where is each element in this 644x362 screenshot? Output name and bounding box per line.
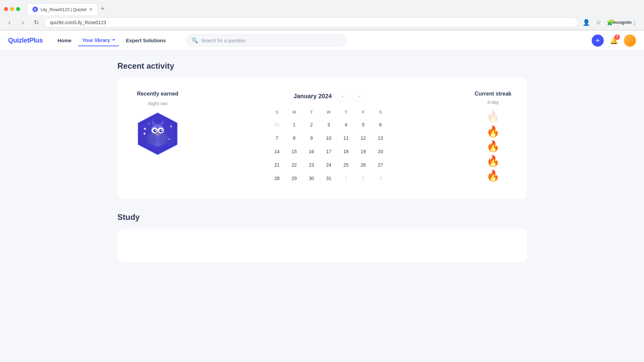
recently-earned-title: Recently earned [137,91,178,97]
forward-button[interactable]: › [17,17,28,28]
quizlet-navbar: QuizletPlus Home Your library Expert Sol… [0,31,644,51]
svg-text:✦: ✦ [168,137,170,141]
cal-date[interactable]: 23 [306,159,318,171]
cal-date[interactable]: 17 [323,145,335,158]
bookmark-button[interactable]: ☆ [593,17,604,28]
incognito-label[interactable]: Incognito [617,17,628,28]
svg-point-13 [155,130,156,131]
cal-date[interactable]: 21 [271,159,283,171]
cal-date[interactable]: 13 [374,132,386,144]
cal-date[interactable]: 19 [357,145,369,158]
cal-date[interactable]: 4 [340,119,352,131]
cal-date[interactable]: 14 [271,145,283,158]
maximize-window-button[interactable] [16,7,20,11]
cal-date[interactable]: 29 [288,172,300,184]
cal-date[interactable]: 27 [374,159,386,171]
tab-close-button[interactable]: × [89,6,92,12]
cal-date[interactable]: 10 [323,132,335,144]
study-section: Study [117,213,527,262]
cal-date[interactable]: 9 [306,132,318,144]
study-card [117,229,527,262]
user-avatar[interactable] [624,35,636,47]
calendar-next-button[interactable]: › [353,91,364,102]
notification-badge: 7 [614,35,620,40]
search-bar[interactable]: 🔍 Search for a question [186,34,347,47]
cal-date[interactable]: 30 [306,172,318,184]
nav-links: Home Your library Expert Solutions [53,35,170,46]
window-controls [4,7,20,11]
nav-actions: + 🔔 7 [592,35,636,47]
cal-date[interactable]: 2 [357,172,369,184]
day-label-mon: M [285,108,303,116]
avatar-image [624,35,636,47]
browser-toolbar: ‹ › ↻ quizlet.com/Lily_Rose0123 👤 ☆ 🧩 In… [0,15,644,30]
day-label-tue: T [303,108,320,116]
cal-date[interactable]: 11 [340,132,352,144]
address-bar[interactable]: quizlet.com/Lily_Rose0123 [44,17,578,27]
nav-library[interactable]: Your library [78,35,119,46]
tab-favicon: Q [33,7,38,12]
menu-button[interactable]: ⋮ [629,17,640,28]
owl-badge: ✦ ✦ [134,110,181,157]
calendar-grid: S M T W T F S 31 1 2 3 4 5 6 [268,108,389,186]
cal-date[interactable]: 18 [340,145,352,158]
browser-titlebar: Q Lily_Rose0123 | Quizlet × + [0,0,644,15]
cal-date[interactable]: 31 [271,119,283,131]
cal-date[interactable]: 12 [357,132,369,144]
tab-title: Lily_Rose0123 | Quizlet [41,7,87,12]
recently-earned-section: Recently earned Night owl [131,91,184,157]
svg-text:✦: ✦ [143,131,147,136]
calendar-month: January 2024 [293,93,332,100]
cal-date[interactable]: 5 [357,119,369,131]
cal-date[interactable]: 7 [271,132,283,144]
cal-date[interactable]: 8 [288,132,300,144]
close-window-button[interactable] [4,7,8,11]
toolbar-icons: 👤 ☆ 🧩 Incognito ⋮ [581,17,640,28]
streak-flames: 🔥 🔥 🔥 🔥 🔥 [486,110,500,182]
calendar-header: January 2024 ‹ › [293,91,364,102]
logo-text: QuizletPlus [8,37,43,44]
quizlet-logo[interactable]: QuizletPlus [8,37,43,44]
notifications-button[interactable]: 🔔 7 [608,35,620,47]
cal-date[interactable]: 24 [323,159,335,171]
cal-date[interactable]: 25 [340,159,352,171]
cal-date[interactable]: 28 [271,172,283,184]
cal-date[interactable]: 1 [288,119,300,131]
add-button[interactable]: + [592,35,604,47]
streak-title: Current streak [475,91,511,97]
cal-date[interactable]: 3 [374,172,386,184]
streak-section: Current streak 4-day 🔥 🔥 🔥 🔥 🔥 [473,91,513,182]
calendar-week-1: 31 1 2 3 4 5 6 [268,119,389,131]
cal-date[interactable]: 6 [374,119,386,131]
active-tab[interactable]: Q Lily_Rose0123 | Quizlet × [27,3,98,15]
cal-date[interactable]: 31 [323,172,335,184]
activity-card: Recently earned Night owl [117,77,527,199]
badge-name: Night owl [148,101,167,106]
search-placeholder: Search for a question [201,38,246,43]
cal-date[interactable]: 2 [306,119,318,131]
cal-date[interactable]: 1 [340,172,352,184]
browser-chrome: Q Lily_Rose0123 | Quizlet × + ‹ › ↻ quiz… [0,0,644,31]
calendar-week-5: 28 29 30 31 1 2 3 [268,172,389,184]
new-tab-button[interactable]: + [98,3,107,15]
back-button[interactable]: ‹ [4,17,15,28]
reload-button[interactable]: ↻ [31,17,42,28]
day-label-fri: F [355,108,372,116]
cal-date[interactable]: 16 [306,145,318,158]
nav-solutions[interactable]: Expert Solutions [122,35,170,46]
flame-2: 🔥 [486,140,500,153]
minimize-window-button[interactable] [10,7,14,11]
flame-empty: 🔥 [486,110,500,123]
profile-icon-button[interactable]: 👤 [581,17,592,28]
cal-date[interactable]: 26 [357,159,369,171]
day-label-wed: W [320,108,337,116]
cal-date[interactable]: 22 [288,159,300,171]
nav-home[interactable]: Home [53,35,75,46]
cal-date[interactable]: 15 [288,145,300,158]
calendar-prev-button[interactable]: ‹ [337,91,348,102]
cal-date[interactable]: 3 [323,119,335,131]
day-label-thu: T [337,108,355,116]
owl-badge-svg: ✦ ✦ [134,110,181,157]
url-text: quizlet.com/Lily_Rose0123 [50,20,573,25]
cal-date[interactable]: 20 [374,145,386,158]
